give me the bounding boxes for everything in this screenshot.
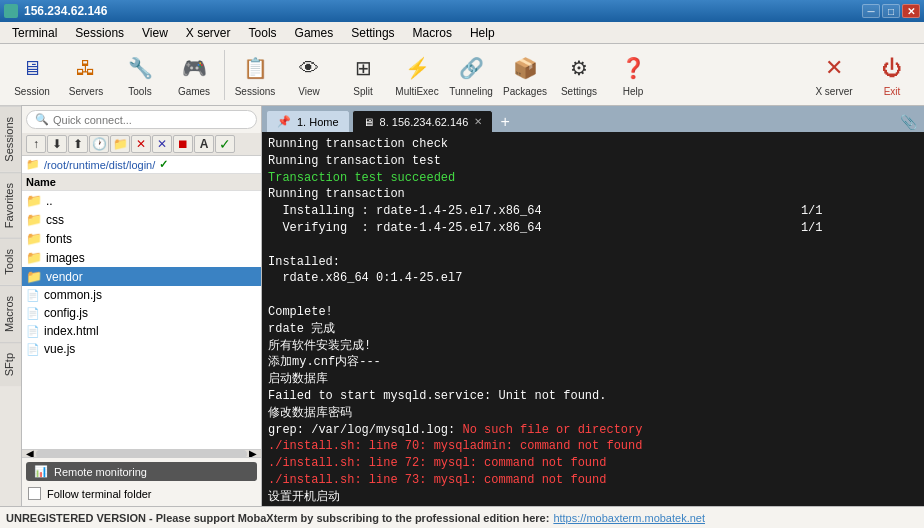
lt-btn-upload[interactable]: ⬆ [68, 135, 88, 153]
tree-item-commonjs[interactable]: 📄 common.js [22, 286, 261, 304]
menu-terminal[interactable]: Terminal [4, 24, 65, 42]
sftp-tab[interactable]: SFtp [0, 342, 21, 386]
close-button[interactable]: ✕ [902, 4, 920, 18]
quick-connect-input[interactable] [53, 114, 248, 126]
tree-item-label: config.js [44, 306, 88, 320]
favorites-tab[interactable]: Favorites [0, 172, 21, 238]
folder-fonts-icon: 📁 [26, 231, 42, 246]
tree-item-configjs[interactable]: 📄 config.js [22, 304, 261, 322]
file-indexhtml-icon: 📄 [26, 325, 40, 338]
horizontal-scrollbar[interactable]: ◀ ▶ [22, 449, 261, 457]
tree-item-vuejs[interactable]: 📄 vue.js [22, 340, 261, 358]
multiexec-icon: ⚡ [401, 52, 433, 84]
status-link[interactable]: https://mobaxterm.mobatek.net [553, 512, 705, 524]
lt-btn-text[interactable]: A [194, 135, 214, 153]
tree-item-label: fonts [46, 232, 72, 246]
lt-btn-clock[interactable]: 🕐 [89, 135, 109, 153]
sessions-button[interactable]: 📋 Sessions [229, 48, 281, 102]
menu-xserver[interactable]: X server [178, 24, 239, 42]
current-path: /root/runtime/dist/login/ [44, 159, 155, 171]
terminal-line: Transaction test succeeded [268, 170, 918, 187]
lt-btn-check[interactable]: ✓ [215, 135, 235, 153]
macros-tab[interactable]: Macros [0, 285, 21, 342]
tree-item-label: common.js [44, 288, 102, 302]
folder-dotdot-icon: 📁 [26, 193, 42, 208]
app-icon [4, 4, 18, 18]
tools-tab[interactable]: Tools [0, 238, 21, 285]
tab-ssh-close[interactable]: ✕ [474, 116, 482, 127]
servers-button[interactable]: 🖧 Servers [60, 48, 112, 102]
tools-icon: 🔧 [124, 52, 156, 84]
terminal-line: 修改数据库密码 [268, 405, 918, 422]
folder-icon: 📁 [26, 158, 40, 171]
terminal-line: Installed: [268, 254, 918, 271]
terminal-line: Running transaction test [268, 153, 918, 170]
new-tab-button[interactable]: + [495, 112, 515, 132]
menu-games[interactable]: Games [287, 24, 342, 42]
tab-ssh[interactable]: 🖥 8. 156.234.62.146 ✕ [352, 110, 494, 132]
packages-icon: 📦 [509, 52, 541, 84]
follow-folder-checkbox[interactable] [28, 487, 41, 500]
terminal-output[interactable]: Running transaction check Running transa… [262, 132, 924, 506]
xserver-button[interactable]: ✕ X server [804, 48, 864, 102]
split-button[interactable]: ⊞ Split [337, 48, 389, 102]
maximize-button[interactable]: □ [882, 4, 900, 18]
terminal-line: Failed to start mysqld.service: Unit not… [268, 388, 918, 405]
folder-vendor-icon: 📁 [26, 269, 42, 284]
tree-item-fonts[interactable]: 📁 fonts [22, 229, 261, 248]
lt-btn-x-red[interactable]: ✕ [131, 135, 151, 153]
menu-view[interactable]: View [134, 24, 176, 42]
exit-button[interactable]: ⏻ Exit [866, 48, 918, 102]
menu-tools[interactable]: Tools [241, 24, 285, 42]
quick-connect-bar[interactable]: 🔍 [26, 110, 257, 129]
tree-item-css[interactable]: 📁 css [22, 210, 261, 229]
lt-btn-stop[interactable]: ⏹ [173, 135, 193, 153]
remote-monitoring-button[interactable]: 📊 Remote monitoring [26, 462, 257, 481]
split-icon: ⊞ [347, 52, 379, 84]
file-vuejs-icon: 📄 [26, 343, 40, 356]
settings-button[interactable]: ⚙ Settings [553, 48, 605, 102]
path-check-icon: ✓ [159, 158, 168, 171]
tree-item-dotdot[interactable]: 📁 .. [22, 191, 261, 210]
help-icon: ❓ [617, 52, 649, 84]
games-button[interactable]: 🎮 Games [168, 48, 220, 102]
help-button[interactable]: ❓ Help [607, 48, 659, 102]
sessions-tab[interactable]: Sessions [0, 106, 21, 172]
terminal-line: Running transaction check [268, 136, 918, 153]
terminal-line: rdate.x86_64 0:1.4-25.el7 [268, 270, 918, 287]
tree-item-label: vendor [46, 270, 83, 284]
tunneling-button[interactable]: 🔗 Tunneling [445, 48, 497, 102]
terminal-line: Complete! [268, 304, 918, 321]
sessions-label: Sessions [235, 86, 276, 97]
lt-btn-up[interactable]: ↑ [26, 135, 46, 153]
packages-button[interactable]: 📦 Packages [499, 48, 551, 102]
tools-label: Tools [128, 86, 151, 97]
toolbar-sep-1 [224, 50, 225, 100]
lt-btn-folder[interactable]: 📁 [110, 135, 130, 153]
file-tree: Name 📁 .. 📁 css 📁 fonts 📁 images 📁 vendo… [22, 174, 261, 449]
terminal-line: ./install.sh: line 72: mysql: command no… [268, 455, 918, 472]
tools-button[interactable]: 🔧 Tools [114, 48, 166, 102]
tab-home-pin-icon: 📌 [277, 115, 291, 128]
tab-home[interactable]: 📌 1. Home [266, 110, 350, 132]
tree-item-vendor[interactable]: 📁 vendor [22, 267, 261, 286]
tab-ssh-icon: 🖥 [363, 116, 374, 128]
settings-label: Settings [561, 86, 597, 97]
session-button[interactable]: 🖥 Session [6, 48, 58, 102]
lt-btn-x-blue[interactable]: ✕ [152, 135, 172, 153]
tree-item-images[interactable]: 📁 images [22, 248, 261, 267]
paperclip-icon[interactable]: 📎 [896, 112, 920, 132]
tree-item-label: css [46, 213, 64, 227]
tree-item-indexhtml[interactable]: 📄 index.html [22, 322, 261, 340]
terminal-line: 添加my.cnf内容--- [268, 354, 918, 371]
menu-sessions[interactable]: Sessions [67, 24, 132, 42]
multiexec-button[interactable]: ⚡ MultiExec [391, 48, 443, 102]
follow-folder-row: Follow terminal folder [26, 485, 257, 502]
menu-settings[interactable]: Settings [343, 24, 402, 42]
lt-btn-download[interactable]: ⬇ [47, 135, 67, 153]
view-button[interactable]: 👁 View [283, 48, 335, 102]
minimize-button[interactable]: ─ [862, 4, 880, 18]
terminal-line: rdate 完成 [268, 321, 918, 338]
menu-help[interactable]: Help [462, 24, 503, 42]
menu-macros[interactable]: Macros [405, 24, 460, 42]
